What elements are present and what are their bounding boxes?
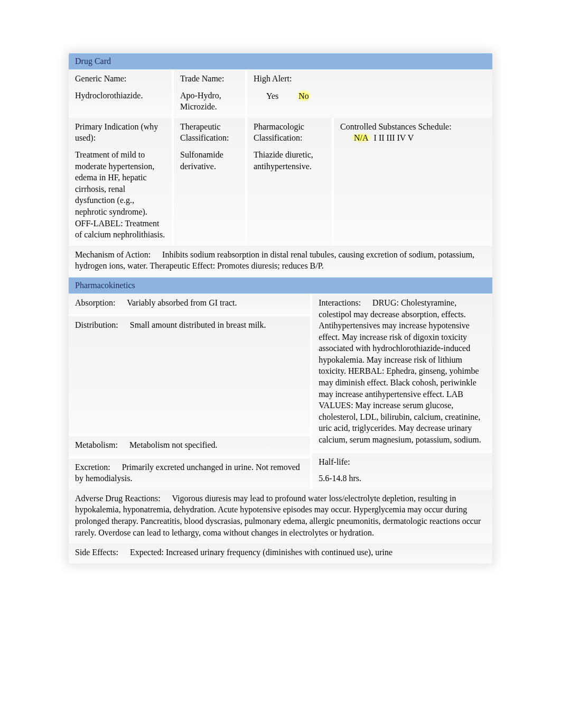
metabolism-label: Metabolism: [75, 440, 118, 449]
cell-high-alert: High Alert: Yes No [247, 70, 492, 118]
adr-label: Adverse Drug Reactions: [75, 494, 161, 503]
cell-absorption: Absorption: Variably absorbed from GI tr… [69, 294, 310, 314]
side-effects-label: Side Effects: [75, 548, 118, 557]
drug-card: Drug Card Generic Name: Hydroclorothiazi… [69, 53, 492, 564]
cell-therapeutic-class: Therapeutic Classification: Sulfonamide … [174, 118, 245, 246]
row-mechanism-of-action: Mechanism of Action: Inhibits sodium rea… [69, 246, 492, 277]
pharmacologic-class-value: Thiazide diuretic, antihypertensive. [254, 149, 325, 172]
trade-name-value: Apo-Hydro, Microzide. [180, 90, 239, 113]
excretion-label: Excretion: [75, 463, 110, 472]
pharmacologic-class-label: Pharmacologic Classification: [254, 121, 325, 144]
half-life-label: Half-life: [319, 456, 486, 468]
high-alert-yes: Yes [264, 90, 280, 103]
cell-half-life: Half-life: 5.6-14.8 hrs. [312, 453, 492, 490]
section-header-pharmacokinetics: Pharmacokinetics [69, 277, 492, 294]
generic-name-label: Generic Name: [75, 73, 165, 85]
cell-controlled-schedule: Controlled Substances Schedule: N/A I II… [334, 118, 492, 246]
cell-generic-name: Generic Name: Hydroclorothiazide. [69, 70, 172, 118]
moa-label: Mechanism of Action: [75, 250, 151, 259]
generic-name-value: Hydroclorothiazide. [75, 90, 165, 102]
cell-excretion: Excretion: Primarily excreted unchanged … [69, 458, 310, 490]
controlled-schedule-options: I II III IV V [372, 133, 414, 142]
side-effects-value: Expected: Increased urinary frequency (d… [130, 548, 392, 557]
row-pharmacokinetics: Absorption: Variably absorbed from GI tr… [69, 294, 492, 490]
therapeutic-class-value: Sulfonamide derivative. [180, 149, 239, 172]
absorption-label: Absorption: [75, 298, 115, 307]
high-alert-label: High Alert: [254, 73, 486, 85]
absorption-value: Variably absorbed from GI tract. [127, 298, 237, 307]
interactions-value: DRUG: Cholestyramine, colestipol may dec… [319, 298, 481, 444]
cell-primary-indication: Primary Indication (why used): Treatment… [69, 118, 172, 246]
controlled-schedule-value-wrap: N/A I II III IV V [340, 133, 414, 142]
row-names: Generic Name: Hydroclorothiazide. Trade … [69, 70, 492, 118]
section-header-drug-card: Drug Card [69, 53, 492, 70]
cell-metabolism: Metabolism: Metabolism not specified. [69, 436, 310, 456]
row-classification: Primary Indication (why used): Treatment… [69, 118, 492, 246]
row-adverse-drug-reactions: Adverse Drug Reactions: Vigorous diuresi… [69, 490, 492, 543]
high-alert-options: Yes No [254, 90, 486, 103]
interactions-label: Interactions: [319, 298, 361, 307]
cell-pharmacologic-class: Pharmacologic Classification: Thiazide d… [247, 118, 332, 246]
row-side-effects: Side Effects: Expected: Increased urinar… [69, 543, 492, 564]
cell-distribution: Distribution: Small amount distributed i… [69, 316, 310, 435]
primary-indication-label: Primary Indication (why used): [75, 121, 165, 144]
cell-trade-name: Trade Name: Apo-Hydro, Microzide. [174, 70, 245, 118]
half-life-value: 5.6-14.8 hrs. [319, 473, 486, 484]
controlled-schedule-na-selected: N/A [351, 133, 372, 143]
primary-indication-value: Treatment of mild to moderate hypertensi… [75, 149, 165, 241]
high-alert-no-selected: No [296, 90, 311, 103]
distribution-value: Small amount distributed in breast milk. [130, 320, 266, 329]
distribution-label: Distribution: [75, 320, 118, 329]
therapeutic-class-label: Therapeutic Classification: [180, 121, 239, 144]
cell-interactions: Interactions: DRUG: Cholestyramine, cole… [312, 294, 492, 451]
pk-right-column: Interactions: DRUG: Cholestyramine, cole… [312, 294, 492, 490]
pk-left-top-group: Absorption: Variably absorbed from GI tr… [69, 294, 310, 434]
trade-name-label: Trade Name: [180, 73, 239, 85]
metabolism-value: Metabolism not specified. [129, 440, 218, 449]
pk-left-column: Absorption: Variably absorbed from GI tr… [69, 294, 310, 490]
controlled-schedule-label: Controlled Substances Schedule: [340, 122, 452, 131]
